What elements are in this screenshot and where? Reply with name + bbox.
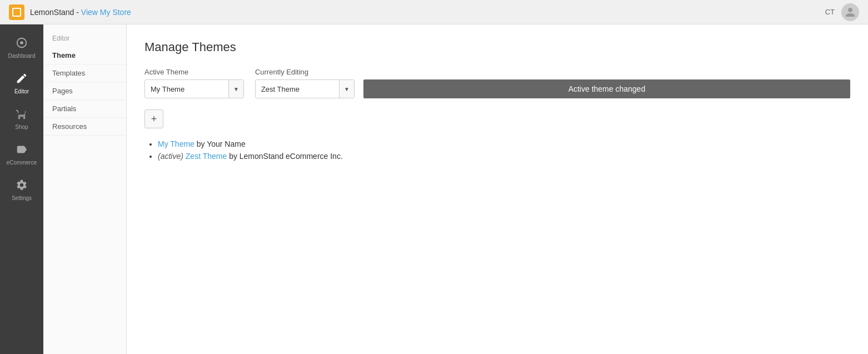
svg-point-1 bbox=[20, 41, 23, 44]
nav-link-pages[interactable]: Pages bbox=[43, 82, 126, 100]
themes-controls-row: Active Theme My Theme ▼ Currently Editin… bbox=[144, 68, 850, 98]
sidebar-item-shop[interactable]: Shop bbox=[0, 101, 43, 137]
theme-suffix-1: by Your Name bbox=[197, 139, 246, 148]
topbar: LemonStand - View My Store CT bbox=[0, 0, 868, 24]
left-nav: Dashboard Editor Shop eCommerce Settings bbox=[0, 24, 43, 354]
currently-editing-select[interactable]: Zest Theme ▼ bbox=[255, 79, 355, 98]
avatar[interactable] bbox=[841, 3, 859, 21]
currently-editing-arrow-icon[interactable]: ▼ bbox=[339, 80, 354, 98]
currently-editing-value: Zest Theme bbox=[256, 80, 339, 98]
nav-link-partials[interactable]: Partials bbox=[43, 100, 126, 118]
nav-link-theme[interactable]: Theme bbox=[43, 47, 126, 64]
app-logo bbox=[9, 4, 24, 20]
sidebar-label-editor: Editor bbox=[14, 88, 29, 94]
settings-icon bbox=[16, 179, 28, 193]
currently-editing-label: Currently Editing bbox=[255, 68, 355, 76]
active-theme-select[interactable]: My Theme ▼ bbox=[144, 79, 244, 98]
editor-icon bbox=[16, 72, 28, 86]
content-area: Manage Themes Active Theme My Theme ▼ Cu… bbox=[127, 24, 868, 354]
sidebar-label-shop: Shop bbox=[15, 124, 28, 130]
nav-link-resources[interactable]: Resources bbox=[43, 118, 126, 136]
add-icon: + bbox=[151, 113, 157, 125]
avatar-icon bbox=[845, 7, 856, 18]
sidebar-label-dashboard: Dashboard bbox=[8, 53, 36, 59]
currently-editing-section: Currently Editing Zest Theme ▼ bbox=[255, 68, 355, 98]
list-item: (active) Zest Theme by LemonStand eComme… bbox=[158, 152, 850, 161]
sidebar-item-settings[interactable]: Settings bbox=[0, 172, 43, 208]
active-theme-label: Active Theme bbox=[144, 68, 244, 76]
secondary-nav: Editor Theme Templates Pages Partials Re… bbox=[43, 24, 127, 354]
sidebar-item-ecommerce[interactable]: eCommerce bbox=[0, 137, 43, 172]
sidebar-item-dashboard[interactable]: Dashboard bbox=[0, 30, 43, 66]
sidebar-label-settings: Settings bbox=[12, 195, 32, 201]
user-initials: CT bbox=[825, 8, 835, 16]
ecommerce-icon bbox=[16, 143, 28, 157]
theme-active-label: (active) bbox=[158, 152, 183, 161]
notification-text: Active theme changed bbox=[568, 84, 646, 93]
secondary-nav-header: Editor bbox=[43, 30, 126, 47]
main-layout: Dashboard Editor Shop eCommerce Settings bbox=[0, 24, 868, 354]
notification-bar: Active theme changed bbox=[363, 79, 850, 98]
sidebar-label-ecommerce: eCommerce bbox=[7, 159, 37, 166]
active-theme-section: Active Theme My Theme ▼ bbox=[144, 68, 244, 98]
topbar-right: CT bbox=[825, 3, 859, 21]
app-name: LemonStand - View My Store bbox=[30, 8, 131, 17]
active-theme-arrow-icon[interactable]: ▼ bbox=[228, 80, 243, 98]
dashboard-icon bbox=[16, 37, 28, 51]
active-theme-value: My Theme bbox=[145, 80, 228, 98]
theme-link-my-theme[interactable]: My Theme bbox=[158, 139, 194, 148]
sidebar-item-editor[interactable]: Editor bbox=[0, 66, 43, 101]
add-theme-button[interactable]: + bbox=[144, 109, 163, 128]
view-store-link[interactable]: View My Store bbox=[81, 8, 131, 17]
nav-link-templates[interactable]: Templates bbox=[43, 64, 126, 82]
shop-icon bbox=[16, 108, 28, 122]
logo-icon bbox=[12, 8, 21, 17]
theme-link-zest-theme[interactable]: Zest Theme bbox=[186, 152, 227, 161]
theme-list: My Theme by Your Name (active) Zest Them… bbox=[144, 139, 850, 161]
list-item: My Theme by Your Name bbox=[158, 139, 850, 148]
theme-suffix-2: by LemonStand eCommerce Inc. bbox=[229, 152, 343, 161]
page-title: Manage Themes bbox=[144, 40, 850, 54]
